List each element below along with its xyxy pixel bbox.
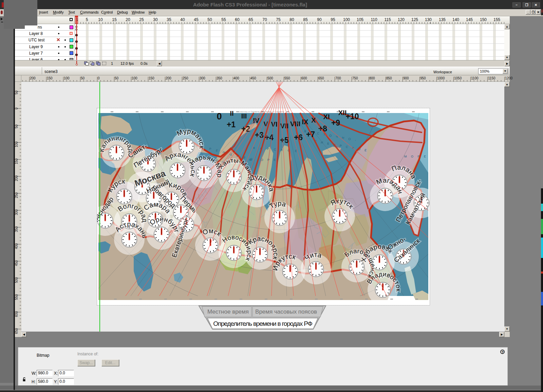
svg-text:Время часовых поясов: Время часовых поясов: [255, 309, 317, 315]
svg-text:Определитель времени в городах: Определитель времени в городах РФ: [213, 320, 312, 327]
svg-text:Местное время: Местное время: [207, 309, 249, 315]
